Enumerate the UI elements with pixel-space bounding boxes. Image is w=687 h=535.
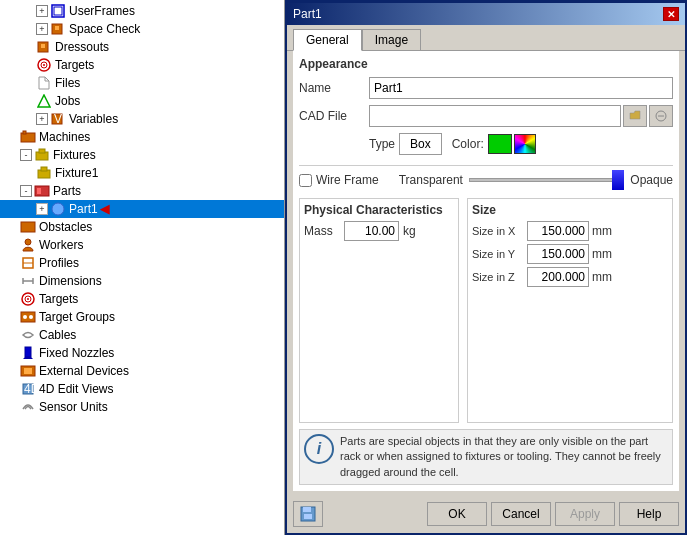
- svg-point-33: [29, 315, 33, 319]
- name-input[interactable]: [369, 77, 673, 99]
- appearance-section-label: Appearance: [299, 57, 673, 71]
- tree-label-parts: Parts: [53, 184, 81, 198]
- ok-button[interactable]: OK: [427, 502, 487, 526]
- name-label: Name: [299, 81, 369, 95]
- cadfile-input[interactable]: [369, 105, 621, 127]
- expand-icon-parts[interactable]: -: [20, 185, 32, 197]
- sizex-input[interactable]: [527, 221, 589, 241]
- tree-item-targetgroups[interactable]: Target Groups: [0, 308, 284, 326]
- close-button[interactable]: ✕: [663, 7, 679, 21]
- cables-icon: [20, 327, 36, 343]
- tree-item-parts[interactable]: - Parts: [0, 182, 284, 200]
- sizez-input[interactable]: [527, 267, 589, 287]
- slider-track: [469, 178, 624, 182]
- targets2-icon: [20, 291, 36, 307]
- tree-item-fixture1[interactable]: Fixture1: [0, 164, 284, 182]
- tree-label-spacecheck: Space Check: [69, 22, 140, 36]
- expand-icon[interactable]: +: [36, 5, 48, 17]
- save-icon[interactable]: [293, 501, 323, 527]
- sizez-row: Size in Z mm: [472, 267, 668, 287]
- dimensions-icon: [20, 273, 36, 289]
- svg-rect-17: [41, 167, 47, 171]
- files-icon: [36, 75, 52, 91]
- tree-label-dressouts: Dressouts: [55, 40, 109, 54]
- tree-label-4deditviews: 4D Edit Views: [39, 382, 113, 396]
- tree-item-userframes[interactable]: + UserFrames: [0, 2, 284, 20]
- userframes-icon: [50, 3, 66, 19]
- type-color-row: Type Box Color:: [299, 133, 673, 155]
- fixture1-icon: [36, 165, 52, 181]
- wireframe-checkbox[interactable]: [299, 174, 312, 187]
- help-button[interactable]: Help: [619, 502, 679, 526]
- tree-label-targets2: Targets: [39, 292, 78, 306]
- opaque-label: Opaque: [630, 173, 673, 187]
- svg-marker-9: [38, 95, 50, 107]
- tree-item-sensorunits[interactable]: Sensor Units: [0, 398, 284, 416]
- variables-icon: V: [50, 111, 66, 127]
- type-button[interactable]: Box: [399, 133, 442, 155]
- svg-text:V: V: [54, 112, 62, 126]
- type-label: Type: [369, 137, 395, 151]
- expand-icon-part1[interactable]: +: [36, 203, 48, 215]
- tree-label-sensorunits: Sensor Units: [39, 400, 108, 414]
- mass-unit: kg: [403, 224, 416, 238]
- tree-item-cables[interactable]: Cables: [0, 326, 284, 344]
- targetgroups-icon: [20, 309, 36, 325]
- tree-label-machines: Machines: [39, 130, 90, 144]
- physical-section: Physical Characteristics Mass kg: [299, 198, 459, 423]
- svg-point-8: [43, 64, 45, 66]
- phys-size-container: Physical Characteristics Mass kg Size Si…: [299, 198, 673, 423]
- tree-item-4deditviews[interactable]: 4D 4D Edit Views: [0, 380, 284, 398]
- sizez-unit: mm: [592, 270, 612, 284]
- cadfile-clear-button[interactable]: [649, 105, 673, 127]
- tree-item-files[interactable]: Files: [0, 74, 284, 92]
- sizey-row: Size in Y mm: [472, 244, 668, 264]
- wireframe-label: Wire Frame: [316, 173, 379, 187]
- slider-thumb[interactable]: [612, 170, 624, 190]
- tree-item-workers[interactable]: Workers: [0, 236, 284, 254]
- tree-item-fixednozzles[interactable]: Fixed Nozzles: [0, 344, 284, 362]
- mass-row: Mass kg: [304, 221, 454, 241]
- tree-item-targets2[interactable]: Targets: [0, 290, 284, 308]
- tree-item-spacecheck[interactable]: + Space Check: [0, 20, 284, 38]
- tree-item-part1[interactable]: + Part1 ◀: [0, 200, 284, 218]
- sizex-unit: mm: [592, 224, 612, 238]
- tree-label-userframes: UserFrames: [69, 4, 135, 18]
- expand-icon-variables[interactable]: +: [36, 113, 48, 125]
- color-wheel[interactable]: [514, 134, 536, 154]
- tree-item-dimensions[interactable]: Dimensions: [0, 272, 284, 290]
- tree-item-obstacles[interactable]: Obstacles: [0, 218, 284, 236]
- expand-icon-spacecheck[interactable]: +: [36, 23, 48, 35]
- fixtures-icon: [34, 147, 50, 163]
- profiles-icon: [20, 255, 36, 271]
- tree-item-externaldevices[interactable]: External Devices: [0, 362, 284, 380]
- cancel-button[interactable]: Cancel: [491, 502, 551, 526]
- fixednozzles-icon: [20, 345, 36, 361]
- tree-item-profiles[interactable]: Profiles: [0, 254, 284, 272]
- tree-item-variables[interactable]: + V Variables: [0, 110, 284, 128]
- tree-label-files: Files: [55, 76, 80, 90]
- tree-item-dressouts[interactable]: Dressouts: [0, 38, 284, 56]
- transparent-label: Transparent: [399, 173, 463, 187]
- 4deditviews-icon: 4D: [20, 381, 36, 397]
- dialog-titlebar: Part1 ✕: [287, 3, 685, 25]
- color-swatch-green[interactable]: [488, 134, 512, 154]
- tree-item-targets[interactable]: Targets: [0, 56, 284, 74]
- mass-input[interactable]: [344, 221, 399, 241]
- sizey-input[interactable]: [527, 244, 589, 264]
- svg-rect-37: [24, 368, 32, 374]
- arrow-indicator: ◀: [100, 202, 109, 216]
- tree-item-fixtures[interactable]: - Fixtures: [0, 146, 284, 164]
- tree-item-machines[interactable]: Machines: [0, 128, 284, 146]
- apply-button[interactable]: Apply: [555, 502, 615, 526]
- tree-label-targetgroups: Target Groups: [39, 310, 115, 324]
- expand-icon-fixtures[interactable]: -: [20, 149, 32, 161]
- svg-rect-15: [39, 149, 45, 153]
- tab-general[interactable]: General: [293, 29, 362, 51]
- tree-item-jobs[interactable]: Jobs: [0, 92, 284, 110]
- sizey-label: Size in Y: [472, 248, 527, 260]
- tab-image[interactable]: Image: [362, 29, 421, 50]
- svg-rect-5: [41, 44, 45, 48]
- cadfile-browse-button[interactable]: [623, 105, 647, 127]
- tree-label-externaldevices: External Devices: [39, 364, 129, 378]
